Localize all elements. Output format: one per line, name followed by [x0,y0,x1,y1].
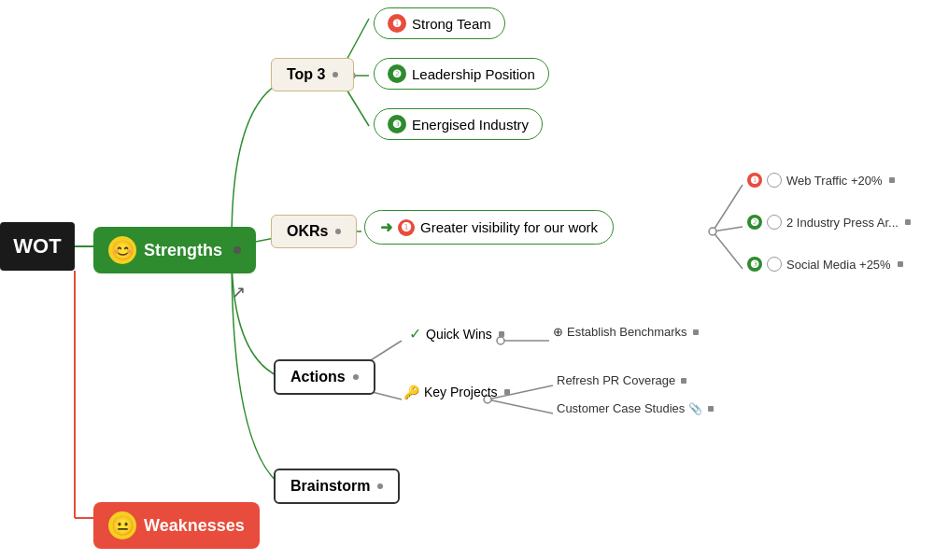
strong-team-node[interactable]: ❶ Strong Team [374,7,505,39]
okr-sub-2-label: 2 Industry Press Ar... [786,216,899,230]
clip-icon: 📎 [688,402,702,415]
actions-label: Actions [290,369,346,385]
energised-node[interactable]: ❸ Energised Industry [374,108,543,140]
okrs-dot [335,229,341,234]
okrs-label: OKRs [287,223,328,240]
key-projects-label: Key Projects [424,385,498,399]
brainstorm-label: Brainstorm [290,478,370,495]
establish-benchmarks-label: Establish Benchmarks [567,325,687,339]
top3-dot [333,72,338,77]
customer-case-dot [708,406,714,412]
okr-main-num: ❶ [398,219,415,236]
okr-main-node[interactable]: ➜ ❶ Greater visibility for our work [364,210,614,245]
svg-line-10 [713,231,743,269]
okr-sub-2-dot [905,219,911,225]
refresh-pr-node[interactable]: Refresh PR Coverage [557,373,686,387]
okr-sub-1-label: Web Traffic +20% [786,174,883,188]
okr-sub-1-dot [889,177,895,183]
customer-case-label: Customer Case Studies [557,401,685,415]
brainstorm-node[interactable]: Brainstorm [274,469,400,504]
top3-label: Top 3 [287,66,325,83]
leadership-label: Leadership Position [412,66,535,82]
key-projects-node[interactable]: 🔑 Key Projects [403,385,510,399]
okr-sub-2-circle [767,215,782,230]
okr-sub-3-dot [898,261,903,267]
energised-label: Energised Industry [412,117,529,133]
key-icon: 🔑 [403,385,419,399]
establish-benchmarks-node[interactable]: ⊕ Establish Benchmarks [553,325,699,339]
quick-wins-dot [499,331,504,337]
actions-node[interactable]: Actions [274,359,375,395]
establish-circle: ⊕ [553,325,563,339]
weaknesses-label: Weaknesses [144,516,245,536]
brainstorm-dot [377,483,383,489]
quick-wins-label: Quick Wins [426,327,492,342]
svg-line-8 [713,185,743,231]
leadership-num: ❷ [388,64,406,83]
refresh-pr-label: Refresh PR Coverage [557,373,675,387]
customer-case-node[interactable]: Customer Case Studies 📎 [557,401,714,415]
energised-num: ❸ [388,115,406,133]
swot-label: WOT [13,234,61,259]
svg-point-20 [709,228,716,235]
strengths-emoji: 😊 [108,236,136,264]
okr-arrow: ➜ [380,218,392,236]
okr-sub-3-label: Social Media +25% [786,258,891,272]
okr-sub-3: ❸ Social Media +25% [747,257,903,272]
svg-line-9 [713,227,743,231]
okr-sub-1-circle [767,173,782,188]
strong-team-num: ❶ [388,14,406,33]
swot-node: WOT [0,222,75,271]
weaknesses-emoji: 😐 [108,511,136,539]
okr-sub-3-num: ❸ [747,257,762,272]
svg-line-15 [488,399,553,413]
strengths-label: Strengths [144,241,222,260]
cursor: ↗ [232,282,246,302]
weaknesses-node[interactable]: 😐 Weaknesses [93,502,260,549]
okr-sub-2: ❷ 2 Industry Press Ar... [747,215,911,230]
quick-wins-node[interactable]: ✓ Quick Wins [409,325,504,343]
okr-sub-1-num: ❶ [747,173,762,188]
quick-wins-check: ✓ [409,325,421,343]
actions-dot [353,374,359,380]
okrs-node[interactable]: OKRs [271,215,357,248]
strong-team-label: Strong Team [412,16,491,32]
okr-sub-1: ❶ Web Traffic +20% [747,173,895,188]
key-projects-dot [504,389,510,395]
refresh-pr-dot [681,378,686,384]
okr-sub-2-num: ❷ [747,215,762,230]
okr-main-label: Greater visibility for our work [420,219,598,235]
strengths-node[interactable]: 😊 Strengths [93,227,256,273]
strengths-dot [234,246,241,254]
okr-sub-3-circle [767,257,782,272]
leadership-node[interactable]: ❷ Leadership Position [374,58,549,90]
establish-dot [693,329,699,335]
top3-node[interactable]: Top 3 [271,58,354,91]
